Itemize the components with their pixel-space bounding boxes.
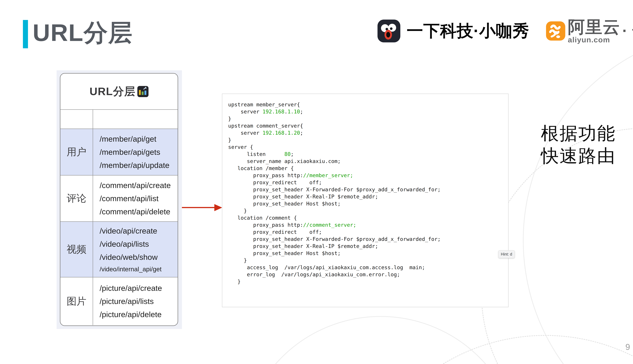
aliyun-name: 阿里云	[568, 18, 620, 36]
code-line: upstream comment_server{	[228, 122, 506, 129]
url-path: /comment/api/list	[100, 192, 178, 205]
url-path: /comment/api/create	[100, 179, 178, 192]
arrow-head	[214, 204, 222, 211]
code-line: }	[228, 115, 506, 122]
decor-arc	[241, 316, 521, 364]
title-accent-bar	[23, 20, 28, 48]
url-path: /video/web/show	[100, 250, 178, 264]
url-path: /member/api/gets	[100, 146, 178, 159]
code-line: proxy_set_header X-Forwarded-For $proxy_…	[228, 186, 506, 193]
url-path: /picture/api/lists	[100, 295, 178, 308]
path-list: /video/api/create/video/api/lists/video/…	[93, 222, 178, 277]
hint-tooltip: Hint: d	[498, 250, 515, 258]
table-row-picture: 图片 /picture/api/create/picture/api/lists…	[60, 277, 178, 325]
code-line: server {	[228, 144, 506, 150]
code-line: upstream member_server{	[228, 101, 506, 108]
code-line: access_log /var/logs/api_xiaokaxiu_com.a…	[228, 264, 506, 271]
code-line: }	[228, 136, 506, 144]
code-line: location /member {	[228, 165, 506, 172]
code-line: proxy_set_header X-Forwarded-For $proxy_…	[228, 236, 506, 242]
code-line: }	[228, 278, 506, 285]
aliyun-wordmark: 阿里云 aliyun.com	[568, 18, 620, 44]
code-line: proxy_set_header X-Real-IP $remote_addr;	[228, 242, 506, 250]
code-line: proxy_pass http://member_server;	[228, 172, 506, 179]
bar-chart-icon	[137, 86, 148, 97]
nginx-config-code: upstream member_server{ server 192.168.1…	[228, 101, 506, 285]
code-line: location /comment {	[228, 214, 506, 222]
category-label: 评论	[60, 176, 93, 222]
code-line: server 192.168.1.20;	[228, 129, 506, 136]
url-path: /picture/api/create	[100, 282, 178, 295]
url-path: /member/api/update	[100, 159, 178, 172]
xiaokaxiu-app-icon	[377, 19, 400, 42]
xiaokaxiu-label: 一下科技·小咖秀	[407, 20, 529, 42]
code-line: }	[228, 257, 506, 264]
code-line: server_name api.xiaokaxiu.com;	[228, 158, 506, 165]
aliyun-domain: aliyun.com	[568, 36, 620, 44]
nginx-config-panel: upstream member_server{ server 192.168.1…	[222, 94, 509, 307]
header-logos: 一下科技·小咖秀 阿里云 aliyun.com · 云栖社区	[377, 18, 633, 44]
page-title: URL分层	[33, 18, 133, 48]
code-line: proxy_set_header Host $host;	[228, 200, 506, 207]
page-number: 9	[625, 342, 630, 352]
code-line: server 192.168.1.10;	[228, 108, 506, 115]
code-line: proxy_pass http://comment_server;	[228, 222, 506, 228]
table-empty-row	[60, 109, 178, 128]
table-row-video: 视频 /video/api/create/video/api/lists/vid…	[60, 222, 178, 277]
url-path: /video/api/lists	[100, 238, 178, 250]
path-list: /comment/api/create/comment/api/list/com…	[93, 176, 178, 222]
aliyun-logo-icon	[546, 21, 565, 40]
annotation-line: 根据功能	[541, 122, 616, 145]
url-path: /member/api/get	[100, 132, 178, 146]
code-line: proxy_redirect off;	[228, 228, 506, 236]
arrow-line	[182, 207, 215, 208]
code-line: proxy_set_header Host $host;	[228, 250, 506, 257]
code-line: }	[228, 207, 506, 214]
path-list: /picture/api/create/picture/api/lists/pi…	[93, 278, 178, 325]
code-line: proxy_set_header X-Real-IP $remote_addr;	[228, 193, 506, 200]
category-label: 用户	[60, 129, 93, 175]
yunqi-community-label: · 云栖社区	[622, 20, 633, 41]
annotation-line: 快速路由	[541, 145, 616, 167]
url-table: URL分层 用户 /member/api/get/member/api/gets…	[60, 73, 178, 326]
code-line: listen 80;	[228, 150, 506, 158]
url-table-panel: URL分层 用户 /member/api/get/member/api/gets…	[57, 70, 182, 329]
url-path: /comment/api/delete	[100, 205, 178, 218]
code-line: error_log /var/logs/api_xiaokaxiu_com.er…	[228, 271, 506, 278]
category-label: 图片	[60, 278, 93, 325]
url-path: /video/api/create	[100, 224, 178, 238]
slide: URL分层 一下科技·小咖秀 阿里云 aliyun.com · 云栖社区	[0, 0, 633, 364]
table-row-user: 用户 /member/api/get/member/api/gets/membe…	[60, 128, 178, 175]
url-path-small: /video/internal_api/get	[100, 264, 178, 274]
code-line: proxy_redirect off;	[228, 179, 506, 186]
annotation-text: 根据功能 快速路由	[541, 122, 616, 167]
url-path: /picture/api/delete	[100, 308, 178, 321]
path-list: /member/api/get/member/api/gets/member/a…	[93, 129, 178, 175]
table-row-comment: 评论 /comment/api/create/comment/api/list/…	[60, 175, 178, 222]
table-title: URL分层	[90, 84, 136, 99]
table-header-row: URL分层	[60, 74, 178, 109]
category-label: 视频	[60, 222, 93, 277]
